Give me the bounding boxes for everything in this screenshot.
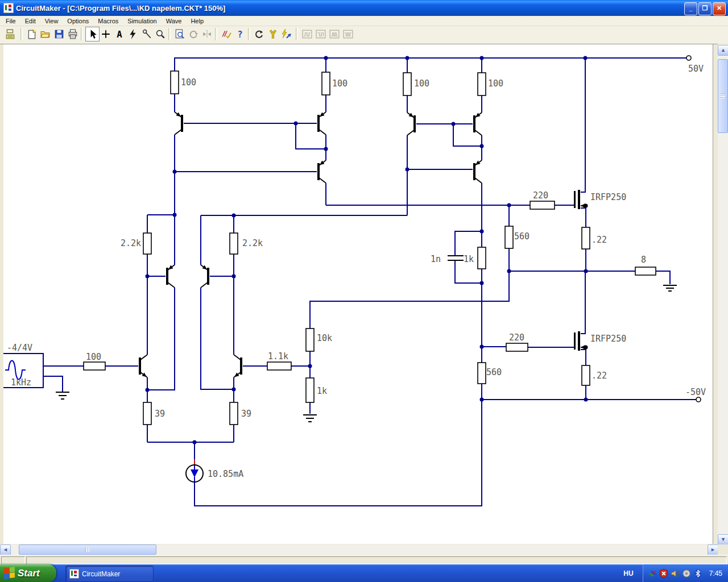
terminal-negative[interactable] [696, 397, 701, 402]
resistor-r2 [322, 72, 330, 95]
digital-display-3-icon[interactable] [328, 27, 341, 41]
capacitor-1n[interactable] [448, 256, 464, 260]
view-area-icon[interactable] [173, 27, 186, 41]
new-icon[interactable] [25, 27, 38, 41]
mosfet-bottom[interactable] [574, 331, 585, 351]
label-r4: 100 [488, 78, 503, 89]
circuitmaker-task-icon [69, 569, 79, 579]
menu-edit[interactable]: Edit [20, 16, 40, 26]
resistor-1.1k [267, 362, 291, 370]
print-icon[interactable] [66, 27, 79, 41]
probe-icon[interactable] [266, 27, 279, 41]
horizontal-scroll-thumb[interactable] [19, 544, 156, 555]
resistor-r3 [403, 73, 411, 95]
scroll-left-button[interactable]: ◄ [0, 544, 11, 555]
mosfet-top[interactable] [574, 190, 585, 209]
junction-dots [146, 56, 588, 444]
ground-output [663, 285, 677, 291]
label-10k: 10k [317, 333, 332, 343]
close-button[interactable]: ✕ [713, 2, 726, 15]
taskbar-task-circuitmaker[interactable]: CircuitMaker [65, 566, 154, 582]
resistors[interactable] [84, 71, 656, 425]
taskbar: Start CircuitMaker HU 7:45 [0, 564, 728, 582]
transistor-q5 [473, 113, 482, 135]
title-bar: CircuitMaker - [C:\Program Files\...\KD … [0, 0, 728, 16]
label-rin: 100 [86, 352, 101, 362]
app-icon [3, 3, 14, 13]
wire-tool-icon[interactable] [99, 27, 112, 41]
menu-options[interactable]: Options [63, 16, 93, 26]
audio-device-icon[interactable] [682, 569, 691, 578]
current-source[interactable] [186, 465, 203, 482]
delete-tool-icon[interactable] [126, 27, 139, 41]
transistor-cascode-right [201, 265, 209, 288]
scroll-up-button[interactable]: ▲ [718, 45, 728, 56]
terminal-positive[interactable] [686, 56, 691, 60]
resistor-.22-bottom [582, 365, 590, 385]
vertical-scrollbar[interactable]: ▲ ▼ [718, 44, 728, 544]
reset-icon[interactable] [253, 27, 266, 41]
digital-display-1-icon[interactable] [300, 27, 313, 41]
parts-browser-icon[interactable] [3, 27, 16, 41]
minimize-button[interactable]: _ [684, 2, 697, 15]
svg-text:A: A [117, 29, 122, 39]
label-r39-right: 39 [241, 409, 251, 419]
wires[interactable] [43, 58, 696, 506]
check-connections-icon[interactable] [220, 27, 233, 41]
transistor-input-left [139, 355, 147, 377]
security-alert-icon[interactable] [659, 569, 668, 578]
menu-wave[interactable]: Wave [162, 16, 187, 26]
resistor-r6 [230, 233, 238, 254]
label-cap-1n: 1n [431, 254, 441, 264]
digital-display-4-icon[interactable] [341, 27, 354, 41]
label-negative-supply: -50V [685, 387, 706, 397]
ground-feedback [303, 415, 317, 422]
menu-file[interactable]: File [1, 16, 20, 26]
resistor-10k [306, 329, 314, 351]
start-button[interactable]: Start [0, 564, 56, 582]
digital-display-2-icon[interactable] [314, 27, 327, 41]
help-icon[interactable]: ? [233, 27, 246, 41]
save-icon[interactable] [52, 27, 65, 41]
resistor-1k-comp [478, 247, 486, 269]
transistor-q3 [317, 160, 326, 183]
vertical-scroll-thumb[interactable] [718, 59, 728, 133]
resistor-560-bottom [478, 363, 486, 384]
arrow-tool-icon[interactable] [85, 27, 100, 41]
horizontal-scrollbar[interactable]: ◄ ► [0, 544, 718, 554]
schematic[interactable]: 100 100 100 100 50V 2.2k 2.2k 100 -4/4V … [3, 44, 713, 544]
scroll-down-button[interactable]: ▼ [718, 534, 728, 545]
display-adapter-icon[interactable] [648, 569, 657, 578]
svg-text:?: ? [237, 29, 242, 39]
label-r5: 2.2k [121, 238, 141, 248]
restore-button[interactable]: ❐ [698, 2, 712, 15]
run-trace-icon[interactable] [280, 27, 293, 41]
ground-symbols [56, 285, 677, 422]
circuitmaker-window: CircuitMaker - [C:\Program Files\...\KD … [0, 0, 728, 582]
resistor-220-bottom [506, 343, 528, 351]
label-220-bottom: 220 [509, 332, 524, 343]
scroll-right-button[interactable]: ► [708, 544, 718, 555]
menu-macros[interactable]: Macros [93, 16, 123, 26]
rotate-icon[interactable] [187, 27, 200, 41]
resistor-input [84, 362, 105, 370]
text-tool-icon[interactable]: A [113, 27, 126, 41]
zoom-tool-icon[interactable] [154, 27, 167, 41]
menu-help[interactable]: Help [186, 16, 208, 26]
taskbar-clock: 7:45 [709, 569, 722, 577]
open-icon[interactable] [39, 27, 52, 41]
tray-panel: 7:45 [643, 564, 728, 582]
resistor-1k-feedback [306, 378, 314, 402]
volume-icon[interactable] [671, 569, 680, 578]
label-r6: 2.2k [242, 238, 263, 248]
start-label: Start [18, 568, 40, 579]
menu-view[interactable]: View [40, 16, 63, 26]
mirror-icon[interactable] [200, 27, 213, 41]
label-current-source: 10.85mA [208, 469, 243, 479]
bluetooth-icon[interactable] [693, 569, 702, 578]
language-indicator[interactable]: HU [618, 568, 639, 579]
label-positive-supply: 50V [688, 64, 704, 74]
naming-probe-icon[interactable] [140, 27, 153, 41]
menu-simulation[interactable]: Simulation [123, 16, 161, 26]
toolbar: A ? [0, 26, 728, 44]
